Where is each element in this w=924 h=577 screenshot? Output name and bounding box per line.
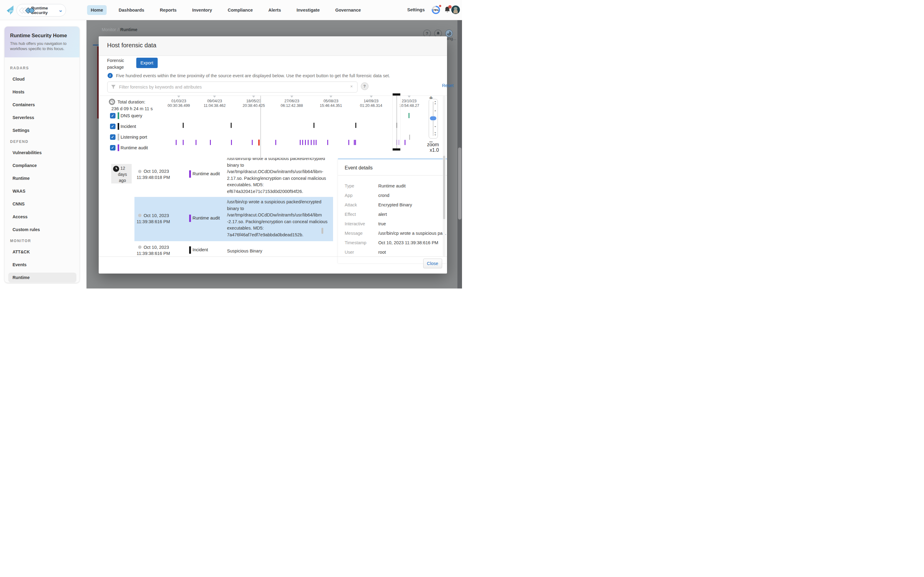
question-icon: ? bbox=[363, 84, 366, 89]
chevron-down-icon: ⌄ bbox=[58, 8, 63, 13]
checkbox-dns-query[interactable]: ✓ bbox=[110, 113, 115, 118]
hidden-tab-indicator bbox=[93, 45, 99, 45]
event-mark-runtime-audit[interactable] bbox=[405, 140, 405, 145]
nav-item-inventory[interactable]: Inventory bbox=[189, 5, 216, 15]
sidebar-item-compliance[interactable]: Compliance bbox=[8, 161, 76, 170]
double-chevron-down-icon[interactable]: ⌄⌄ bbox=[434, 131, 437, 135]
detail-label-effect: Effect bbox=[345, 212, 356, 217]
checkbox-runtime-audit[interactable]: ✓ bbox=[110, 145, 115, 150]
axis-tick bbox=[408, 95, 411, 98]
sidebar-item-runtime[interactable]: Runtime bbox=[8, 173, 76, 183]
detail-label-type: Type bbox=[345, 184, 354, 189]
event-mark-runtime-audit[interactable] bbox=[348, 140, 349, 145]
credits-progress-ring[interactable]: 78% bbox=[432, 6, 440, 14]
filter-input[interactable] bbox=[119, 82, 346, 92]
nav-item-alerts[interactable]: Alerts bbox=[265, 5, 284, 15]
modal-scrollbar[interactable] bbox=[443, 96, 446, 256]
detail-value-effect: alert bbox=[378, 212, 387, 217]
event-mark-incident[interactable] bbox=[183, 123, 184, 128]
timeline-plot[interactable]: 01/03/2300:30:36.49909/04/2311:04:38.462… bbox=[173, 95, 446, 158]
event-mark-listening-port[interactable] bbox=[409, 135, 410, 140]
detail-label-app: App bbox=[345, 193, 353, 198]
axis-tick bbox=[370, 95, 373, 98]
sidebar-item-hosts[interactable]: Hosts bbox=[8, 87, 76, 97]
event-mark-incident[interactable] bbox=[231, 123, 232, 128]
event-mark-runtime-audit[interactable] bbox=[305, 140, 306, 145]
filter-help-button[interactable]: ? bbox=[361, 82, 368, 90]
event-mark-runtime-audit[interactable] bbox=[311, 140, 312, 145]
event-mark-runtime-audit[interactable] bbox=[300, 140, 300, 145]
sidebar-item-containers[interactable]: Containers bbox=[8, 100, 76, 110]
event-mark-runtime-audit[interactable] bbox=[302, 140, 303, 145]
event-mark-runtime-audit[interactable] bbox=[252, 140, 253, 145]
event-mark-incident[interactable] bbox=[313, 123, 314, 128]
divider bbox=[99, 256, 447, 257]
event-mark-runtime-audit[interactable] bbox=[210, 140, 211, 145]
user-avatar[interactable] bbox=[451, 5, 460, 14]
breadcrumb-parent[interactable]: Monitor bbox=[102, 27, 116, 32]
detail-value-type: Runtime audit bbox=[378, 184, 405, 189]
page-scrollbar-thumb[interactable] bbox=[458, 147, 461, 219]
reset-link[interactable]: Reset bbox=[442, 83, 454, 88]
checkbox-incident[interactable]: ✓ bbox=[110, 124, 115, 129]
nav-item-home[interactable]: Home bbox=[87, 5, 107, 15]
chevron-down-icon[interactable]: ⌄ bbox=[434, 125, 437, 127]
sidebar-item-access[interactable]: Access bbox=[8, 212, 76, 222]
detail-label-user: User bbox=[345, 250, 354, 255]
event-details-title: Event details bbox=[345, 165, 373, 171]
nav-item-reports[interactable]: Reports bbox=[156, 5, 180, 15]
selection-bottom-handle[interactable] bbox=[393, 148, 400, 150]
nav-item-governance[interactable]: Governance bbox=[331, 5, 365, 15]
event-list-scrollbar-thumb[interactable] bbox=[321, 228, 323, 234]
axis-label: 05/08/2315:46:44.351 bbox=[317, 99, 345, 108]
event-mark-runtime-audit[interactable] bbox=[231, 140, 232, 145]
top-navbar: Runtime Security ⌄ HomeDashboardsReports… bbox=[0, 0, 462, 20]
sidebar-item-events[interactable]: Events bbox=[8, 260, 76, 269]
sidebar-item-custom-rules[interactable]: Custom rules bbox=[8, 225, 76, 234]
event-mark-runtime-audit[interactable] bbox=[327, 140, 328, 145]
event-mark-runtime-audit[interactable] bbox=[195, 140, 197, 145]
event-mark-runtime-audit[interactable] bbox=[176, 140, 177, 145]
sidebar-item-vulnerabilities[interactable]: Vulnerabilities bbox=[8, 148, 76, 158]
selection-top-handle[interactable] bbox=[393, 93, 400, 95]
settings-link[interactable]: Settings bbox=[407, 7, 425, 12]
double-chevron-up-icon[interactable]: ⌃⌃ bbox=[434, 102, 437, 106]
event-mark-runtime-audit[interactable] bbox=[183, 140, 184, 145]
sidebar-item-att-ck[interactable]: ATT&CK bbox=[8, 247, 76, 257]
funnel-icon bbox=[111, 85, 116, 89]
event-mark-runtime-audit[interactable] bbox=[355, 140, 356, 145]
event-mark-dns-query[interactable] bbox=[409, 113, 409, 118]
axis-tick bbox=[330, 95, 333, 98]
series-color-chip bbox=[118, 123, 119, 130]
nav-item-dashboards[interactable]: Dashboards bbox=[115, 5, 148, 15]
event-mark-runtime-audit[interactable] bbox=[313, 140, 314, 145]
sidebar-item-cnns[interactable]: CNNS bbox=[8, 199, 76, 209]
clock-icon bbox=[113, 166, 119, 172]
event-mark-runtime-audit[interactable] bbox=[316, 140, 317, 145]
timeline-zoom-selection[interactable] bbox=[393, 93, 400, 150]
zoom-slider[interactable]: ⌃⌃ ⌃ ⌄ ⌄⌄ bbox=[429, 99, 438, 139]
source-event-mark[interactable] bbox=[258, 140, 260, 146]
sidebar-item-cloud[interactable]: Cloud bbox=[8, 74, 76, 84]
zoom-slider-thumb[interactable] bbox=[430, 116, 436, 120]
event-mark-runtime-audit[interactable] bbox=[308, 140, 309, 145]
sidebar-section-radars: RADARS bbox=[10, 66, 76, 70]
nav-item-investigate[interactable]: Investigate bbox=[293, 5, 323, 15]
close-button[interactable]: Close bbox=[423, 259, 442, 268]
sidebar-item-settings[interactable]: Settings bbox=[8, 126, 76, 135]
clear-filter-icon[interactable]: × bbox=[350, 84, 353, 89]
chevron-up-icon[interactable]: ⌃ bbox=[434, 111, 437, 113]
sidebar-item-waas[interactable]: WAAS bbox=[8, 186, 76, 196]
page-scrollbar[interactable] bbox=[457, 20, 462, 288]
workspace-selector[interactable]: Runtime Security ⌄ bbox=[16, 4, 66, 16]
sidebar-item-runtime[interactable]: Runtime bbox=[8, 272, 76, 282]
nav-item-compliance[interactable]: Compliance bbox=[224, 5, 256, 15]
checkbox-listening-port[interactable]: ✓ bbox=[110, 134, 115, 140]
host-forensic-modal: Host forensic data Forensic package Expo… bbox=[99, 36, 447, 274]
event-mark-runtime-audit[interactable] bbox=[275, 140, 276, 145]
notifications-button[interactable] bbox=[444, 6, 451, 13]
export-button[interactable]: Export bbox=[136, 58, 158, 68]
modal-scrollbar-thumb[interactable] bbox=[443, 156, 445, 219]
event-mark-incident[interactable] bbox=[355, 123, 356, 128]
sidebar-item-serverless[interactable]: Serverless bbox=[8, 113, 76, 122]
